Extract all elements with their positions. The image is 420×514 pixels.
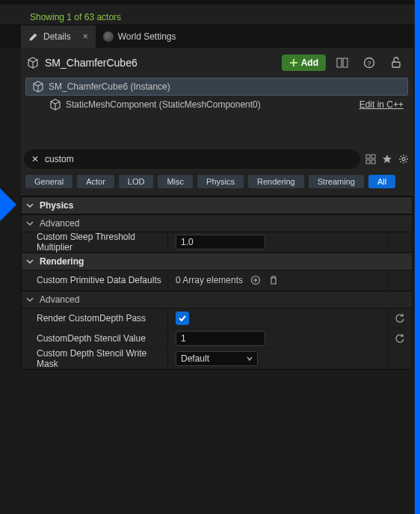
favorites-button[interactable] bbox=[381, 153, 393, 165]
tab-world-settings-label: World Settings bbox=[118, 31, 176, 42]
svg-rect-7 bbox=[366, 160, 370, 164]
tab-details[interactable]: Details × bbox=[21, 25, 96, 48]
filter-chips: General Actor LOD Misc Physics Rendering… bbox=[21, 169, 413, 188]
grid-icon bbox=[365, 154, 376, 164]
chevron-down-icon bbox=[26, 296, 34, 303]
add-button-label: Add bbox=[301, 58, 318, 68]
chevron-down-icon bbox=[26, 258, 34, 265]
plus-icon bbox=[289, 58, 298, 67]
star-icon bbox=[382, 154, 392, 164]
prop-label: Custom Sleep Threshold Multiplier bbox=[22, 232, 168, 252]
filter-rendering[interactable]: Rendering bbox=[248, 175, 304, 188]
prop-label: CustomDepth Stencil Value bbox=[22, 329, 168, 348]
filter-lod[interactable]: LOD bbox=[119, 175, 154, 188]
edit-in-cpp-link[interactable]: Edit in C++ bbox=[359, 99, 404, 110]
svg-rect-5 bbox=[366, 155, 370, 158]
chevron-down-icon bbox=[247, 356, 253, 362]
svg-text:?: ? bbox=[367, 60, 371, 67]
prop-label: Render CustomDepth Pass bbox=[22, 309, 168, 328]
filter-misc[interactable]: Misc bbox=[158, 175, 193, 188]
outliner-actor-label: SM_ChamferCube6 (Instance) bbox=[49, 81, 403, 92]
filter-actor[interactable]: Actor bbox=[77, 175, 114, 188]
svg-rect-0 bbox=[337, 58, 342, 67]
prop-row-stencil-write-mask: Custom Depth Stencil Write Mask Default bbox=[22, 349, 412, 369]
section-rendering-advanced[interactable]: Advanced bbox=[22, 291, 412, 309]
stencil-mask-dropdown[interactable]: Default bbox=[176, 351, 258, 366]
tab-details-label: Details bbox=[43, 31, 71, 42]
grid-view-button[interactable] bbox=[365, 153, 377, 165]
filter-general[interactable]: General bbox=[25, 175, 72, 188]
lock-open-icon bbox=[391, 57, 401, 69]
actor-name: SM_ChamferCube6 bbox=[45, 57, 276, 69]
customdepth-stencil-input[interactable]: 1 bbox=[176, 331, 265, 346]
close-icon[interactable]: × bbox=[83, 31, 88, 42]
property-grid: Physics Advanced Custom Sleep Threshold … bbox=[21, 196, 413, 370]
svg-rect-6 bbox=[371, 155, 375, 158]
render-customdepth-checkbox[interactable] bbox=[176, 312, 189, 325]
prop-row-render-customdepth: Render CustomDepth Pass bbox=[22, 309, 412, 329]
filter-streaming[interactable]: Streaming bbox=[309, 175, 364, 188]
section-physics[interactable]: Physics bbox=[22, 196, 412, 214]
filter-physics[interactable]: Physics bbox=[197, 175, 244, 188]
tab-bar: Details × World Settings bbox=[0, 25, 420, 48]
tab-world-settings[interactable]: World Settings bbox=[96, 25, 184, 48]
add-component-button[interactable]: Add bbox=[282, 55, 326, 71]
pencil-icon bbox=[28, 31, 39, 42]
help-button[interactable]: ? bbox=[359, 54, 380, 72]
prop-label: Custom Depth Stencil Write Mask bbox=[22, 349, 168, 368]
prop-row-sleep-threshold: Custom Sleep Threshold Multiplier 1.0 bbox=[22, 232, 412, 253]
array-count-text: 0 Array elements bbox=[176, 275, 243, 285]
outliner-component-label: StaticMeshComponent (StaticMeshComponent… bbox=[66, 99, 355, 110]
help-icon: ? bbox=[363, 57, 375, 69]
component-outliner: SM_ChamferCube6 (Instance) StaticMeshCom… bbox=[21, 78, 413, 149]
settings-button[interactable] bbox=[398, 153, 410, 165]
globe-icon bbox=[103, 31, 114, 42]
reset-icon[interactable] bbox=[395, 333, 405, 344]
prop-row-cpd: Custom Primitive Data Defaults 0 Array e… bbox=[22, 270, 412, 291]
check-icon bbox=[178, 314, 187, 323]
reset-icon[interactable] bbox=[395, 313, 405, 323]
section-physics-advanced-title: Advanced bbox=[40, 218, 79, 229]
add-element-icon[interactable] bbox=[250, 275, 261, 285]
browse-button[interactable] bbox=[332, 54, 353, 72]
svg-rect-4 bbox=[392, 62, 400, 67]
dropdown-value: Default bbox=[181, 353, 209, 364]
section-rendering[interactable]: Rendering bbox=[22, 253, 412, 270]
chevron-down-icon bbox=[26, 220, 34, 227]
outliner-status: Showing 1 of 63 actors bbox=[0, 0, 420, 25]
section-physics-advanced[interactable]: Advanced bbox=[22, 214, 412, 232]
section-rendering-title: Rendering bbox=[40, 256, 84, 267]
sleep-threshold-input[interactable]: 1.0 bbox=[176, 235, 265, 250]
actor-cube-icon bbox=[32, 81, 44, 93]
details-header: SM_ChamferCube6 Add ? bbox=[21, 48, 413, 78]
svg-point-9 bbox=[402, 158, 405, 161]
section-rendering-advanced-title: Advanced bbox=[40, 294, 79, 305]
section-physics-title: Physics bbox=[40, 200, 73, 211]
gear-icon bbox=[398, 154, 409, 164]
property-search[interactable]: ✕ bbox=[24, 149, 360, 169]
chevron-down-icon bbox=[26, 202, 34, 209]
prop-row-customdepth-stencil: CustomDepth Stencil Value 1 bbox=[22, 329, 412, 349]
svg-rect-1 bbox=[343, 58, 348, 67]
trash-icon[interactable] bbox=[268, 275, 279, 285]
clear-search-icon[interactable]: ✕ bbox=[31, 154, 39, 164]
browse-icon bbox=[336, 58, 348, 68]
component-cube-icon bbox=[49, 99, 61, 111]
actor-cube-icon bbox=[27, 57, 39, 69]
outliner-actor-row[interactable]: SM_ChamferCube6 (Instance) bbox=[25, 78, 408, 96]
prop-label: Custom Primitive Data Defaults bbox=[22, 270, 168, 290]
search-input[interactable] bbox=[45, 154, 353, 164]
filter-all[interactable]: All bbox=[368, 175, 395, 188]
svg-rect-8 bbox=[371, 160, 375, 164]
outliner-component-row[interactable]: StaticMeshComponent (StaticMeshComponent… bbox=[25, 96, 408, 114]
lock-button[interactable] bbox=[386, 54, 407, 72]
